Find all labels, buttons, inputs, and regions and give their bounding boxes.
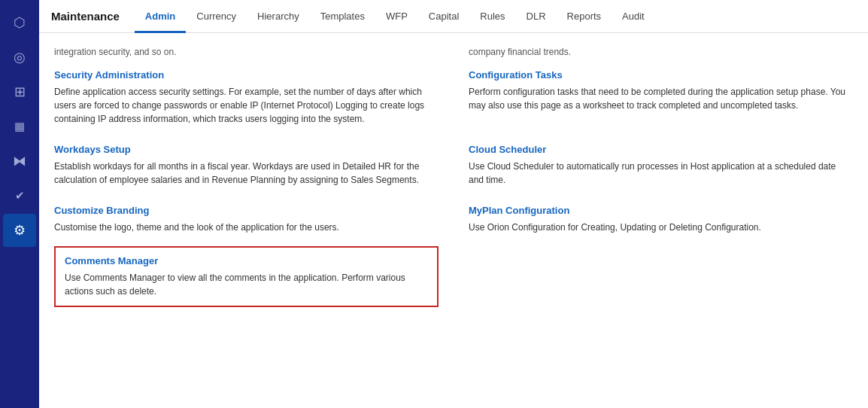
sidebar-item-home[interactable]: ⬡ [3, 6, 36, 39]
card-desc-customize-branding: Customise the logo, theme and the look o… [54, 221, 439, 234]
left-intro-text: integration security, and so on. [54, 41, 439, 60]
right-empty-space [469, 243, 853, 307]
card-desc-configuration-tasks: Perform configuration tasks that need to… [469, 85, 853, 112]
settings-icon: ⚙ [14, 222, 26, 239]
card-desc-comments-manager: Use Comments Manager to view all the com… [65, 271, 428, 298]
card-security-admin: Security Administration Define applicati… [54, 60, 439, 135]
card-myplan-configuration: MyPlan Configuration Use Orion Configura… [469, 196, 853, 243]
card-title-configuration-tasks[interactable]: Configuration Tasks [469, 69, 853, 81]
card-title-comments-manager[interactable]: Comments Manager [65, 255, 428, 266]
clipboard-icon: ✔ [15, 189, 25, 202]
target-icon: ◎ [14, 49, 26, 65]
tab-templates[interactable]: Templates [310, 1, 375, 33]
card-comments-manager-wrapper: Comments Manager Use Comments Manager to… [54, 243, 439, 307]
card-title-customize-branding[interactable]: Customize Branding [54, 205, 439, 216]
card-workdays-setup: Workdays Setup Establish workdays for al… [54, 135, 439, 196]
two-col-layout: integration security, and so on. company… [54, 41, 853, 307]
card-desc-workdays-setup: Establish workdays for all months in a f… [54, 160, 439, 187]
sidebar-item-chart[interactable]: ▦ [3, 110, 36, 143]
card-cloud-scheduler: Cloud Scheduler Use Cloud Scheduler to a… [469, 135, 853, 196]
sidebar-item-clipboard[interactable]: ✔ [3, 179, 36, 212]
card-title-myplan-configuration[interactable]: MyPlan Configuration [469, 205, 853, 216]
sidebar-item-settings[interactable]: ⚙ [3, 214, 36, 247]
tab-dlr[interactable]: DLR [516, 1, 557, 33]
content-area: integration security, and so on. company… [39, 33, 868, 408]
home-icon: ⬡ [14, 14, 26, 31]
chart-icon: ▦ [14, 120, 25, 133]
page-title: Maintenance [51, 10, 120, 23]
tab-wfp[interactable]: WFP [375, 1, 418, 33]
tab-admin[interactable]: Admin [135, 1, 186, 33]
tab-hierarchy[interactable]: Hierarchy [247, 1, 310, 33]
card-desc-myplan-configuration: Use Orion Configuration for Creating, Up… [469, 221, 853, 234]
sidebar-item-grid[interactable]: ⊞ [3, 75, 36, 108]
sidebar-item-target[interactable]: ◎ [3, 41, 36, 74]
card-title-cloud-scheduler[interactable]: Cloud Scheduler [469, 144, 853, 155]
card-configuration-tasks: Configuration Tasks Perform configuratio… [469, 60, 853, 135]
tab-audit[interactable]: Audit [612, 1, 655, 33]
tab-reports[interactable]: Reports [557, 1, 612, 33]
sidebar-item-layers[interactable]: ⧓ [3, 145, 36, 178]
tab-capital[interactable]: Capital [418, 1, 469, 33]
nav-tabs: Admin Currency Hierarchy Templates WFP C… [135, 0, 655, 32]
grid-icon: ⊞ [14, 84, 26, 100]
card-customize-branding: Customize Branding Customise the logo, t… [54, 196, 439, 243]
card-title-security-admin[interactable]: Security Administration [54, 69, 439, 81]
card-comments-manager[interactable]: Comments Manager Use Comments Manager to… [54, 246, 439, 307]
card-title-workdays-setup[interactable]: Workdays Setup [54, 144, 439, 155]
tab-currency[interactable]: Currency [186, 1, 247, 33]
card-desc-security-admin: Define application access security setti… [54, 85, 439, 126]
top-nav: Maintenance Admin Currency Hierarchy Tem… [39, 0, 868, 33]
sidebar: ⬡ ◎ ⊞ ▦ ⧓ ✔ ⚙ [0, 0, 39, 408]
main-area: Maintenance Admin Currency Hierarchy Tem… [39, 0, 868, 408]
tab-rules[interactable]: Rules [469, 1, 515, 33]
layers-icon: ⧓ [13, 153, 26, 169]
card-desc-cloud-scheduler: Use Cloud Scheduler to automatically run… [469, 160, 853, 187]
right-intro-text: company financial trends. [469, 41, 853, 60]
